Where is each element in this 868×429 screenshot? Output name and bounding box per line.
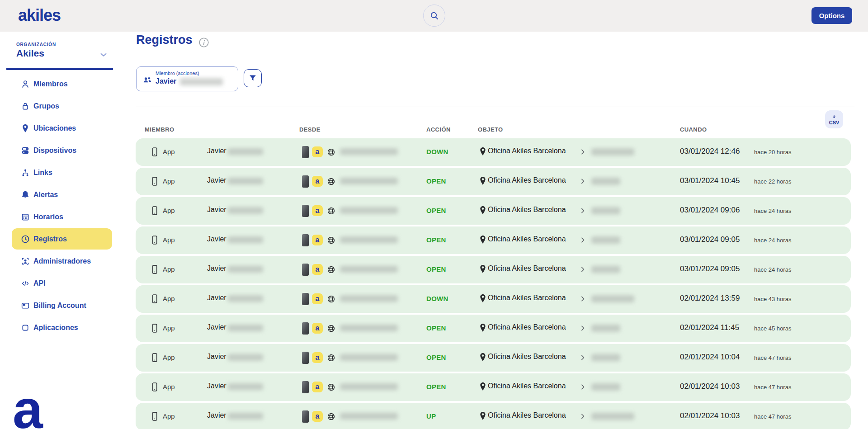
device-photo-thumbnail [302,293,309,305]
member-name: Javier [207,294,226,302]
redacted-object-detail [591,383,620,391]
device-photo-thumbnail [302,381,309,393]
object-location: Oficina Akiles Barcelona [488,323,566,331]
redacted-object-detail [591,148,634,156]
table-row[interactable]: App Javier a OPEN [136,256,851,283]
sidebar-item-registros[interactable]: Registros [0,228,118,250]
event-relative-time: hace 47 horas [754,354,791,361]
member-name: Javier [207,353,226,361]
object-location: Oficina Akiles Barcelona [488,235,566,243]
event-datetime: 02/01/2024 10:03 [680,411,740,420]
object-location: Oficina Akiles Barcelona [488,176,566,184]
akiles-app-badge-icon: a [312,352,323,363]
options-button[interactable]: Options [811,7,852,24]
sidebar-item-grupos[interactable]: Grupos [0,95,118,117]
member-type: App [163,148,175,156]
organization-selector[interactable]: ORGANIZACIÓN Akiles [0,32,118,70]
sidebar-item-miembros[interactable]: Miembros [0,73,118,95]
event-datetime: 03/01/2024 09:05 [680,264,740,273]
sidebar-item-api[interactable]: API [0,272,118,294]
table-row[interactable]: App Javier a DOWN [136,285,851,313]
redacted-desde-detail [340,354,398,361]
member-name: Javier [207,206,226,214]
redacted-desde-detail [340,295,398,302]
event-datetime: 03/01/2024 09:06 [680,206,740,215]
table-row[interactable]: App Javier a OPEN [136,168,851,195]
device-photo-thumbnail [302,410,309,423]
sidebar-item-billing-account[interactable]: Billing Account [0,294,118,316]
table-header: MIEMBRO DESDE ACCIÓN OBJETO CUANDO CSV [136,107,854,138]
info-icon[interactable] [198,37,210,48]
filter-button[interactable] [244,69,262,87]
location-pin-icon [478,146,488,156]
object-location: Oficina Akiles Barcelona [488,382,566,390]
filter-chip-label: Miembro (acciones) [156,71,199,76]
table-row[interactable]: App Javier a OPEN [136,197,851,225]
mobile-phone-icon [149,146,160,158]
download-arrow-icon [831,114,837,120]
table-row[interactable]: App Javier a OPEN [136,226,851,254]
device-photo-thumbnail [302,352,309,364]
member-name: Javier [207,264,226,273]
redacted-desde-detail [340,178,398,184]
member-type: App [163,177,175,185]
globe-icon [326,206,336,216]
event-relative-time: hace 47 horas [754,384,791,391]
sidebar-item-alertas[interactable]: Alertas [0,184,118,206]
code-icon [20,278,30,288]
action-value: OPEN [426,177,446,185]
redacted-object-detail [591,354,620,361]
lock-icon [20,101,30,111]
object-location: Oficina Akiles Barcelona [488,353,566,361]
redacted-member-surname [228,207,263,214]
akiles-app-badge-icon: a [312,176,323,187]
member-filter-chip[interactable]: Miembro (acciones) Javier [136,66,238,91]
event-relative-time: hace 45 horas [754,325,791,332]
member-name: Javier [207,323,226,331]
csv-label: CSV [829,120,840,125]
mobile-phone-icon [149,234,160,246]
sidebar-item-ubicaciones[interactable]: Ubicaciones [0,117,118,139]
table-row[interactable]: App Javier a UP [136,403,851,429]
akiles-app-badge-icon: a [312,264,323,275]
chevron-right-icon [578,265,587,274]
event-datetime: 03/01/2024 10:45 [680,176,740,185]
mobile-phone-icon [149,264,160,275]
organization-underline [6,68,113,70]
sidebar-nav: Miembros Grupos Ubicaciones Dispositivos [0,73,118,339]
device-photo-thumbnail [302,175,309,188]
sidebar: ORGANIZACIÓN Akiles Miembros Grupos [0,32,118,429]
chevron-right-icon [578,147,587,156]
column-header-cuando: CUANDO [680,126,707,133]
member-type: App [163,265,175,273]
table-row[interactable]: App Javier a OPEN [136,315,851,342]
table-row[interactable]: App Javier a OPEN [136,373,851,401]
globe-icon [326,382,336,392]
column-header-accion: ACCIÓN [426,126,451,133]
filter-chip-value: Javier [156,77,176,85]
table-row[interactable]: App Javier a OPEN [136,344,851,372]
sidebar-item-dispositivos[interactable]: Dispositivos [0,139,118,161]
event-relative-time: hace 43 horas [754,296,791,302]
akiles-app-badge-icon: a [312,235,323,245]
member-type: App [163,207,175,214]
object-location: Oficina Akiles Barcelona [488,264,566,273]
akiles-logo[interactable]: akiles [18,6,61,25]
export-csv-button[interactable]: CSV [825,110,843,128]
redacted-object-detail [591,295,634,302]
sidebar-item-horarios[interactable]: Horarios [0,206,118,228]
sidebar-item-administradores[interactable]: Administradores [0,250,118,272]
sidebar-item-links[interactable]: Links [0,161,118,184]
mobile-phone-icon [149,205,160,217]
redacted-desde-detail [340,148,398,155]
sidebar-item-aplicaciones[interactable]: Aplicaciones [0,316,118,339]
table-row[interactable]: App Javier a DOWN [136,138,851,166]
redacted-desde-detail [340,413,398,420]
redacted-object-detail [591,413,634,420]
mobile-phone-icon [149,410,160,422]
search-button[interactable] [423,5,445,27]
chevron-right-icon [578,206,587,215]
akiles-a-mark: a [13,382,43,429]
action-value: DOWN [426,148,448,156]
member-type: App [163,324,175,332]
